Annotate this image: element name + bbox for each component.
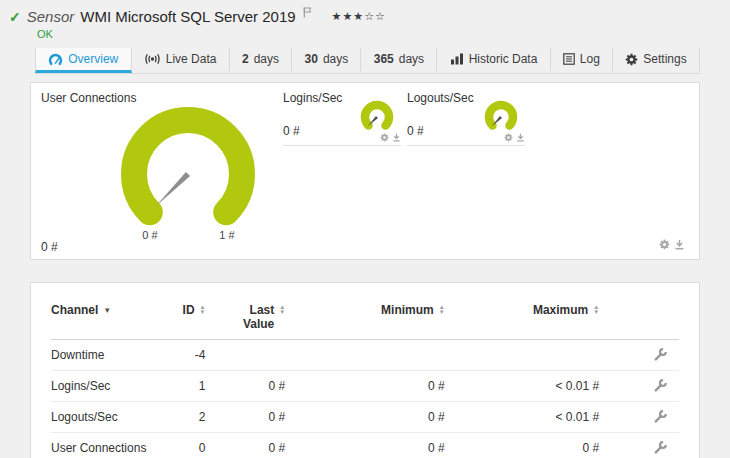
logins-sec-value: 0 # <box>283 124 300 138</box>
column-label: Channel <box>51 303 98 317</box>
tab-label: days <box>323 52 348 66</box>
broadcast-icon <box>144 53 161 65</box>
table-row: User Connections 0 0 # 0 # 0 # <box>51 433 679 458</box>
prtg-sensor-page: ✓ Sensor WMI Microsoft SQL Server 2019 ★… <box>0 0 730 458</box>
tab-live-data[interactable]: Live Data <box>132 48 230 73</box>
gear-icon[interactable] <box>504 133 513 142</box>
channel-name: Downtime <box>51 348 176 362</box>
channel-minimum: 0 # <box>285 379 444 393</box>
tab-label: days <box>254 52 279 66</box>
channel-settings-icon[interactable] <box>653 348 667 362</box>
column-header-minimum[interactable]: Minimum ▲▼ <box>381 303 445 317</box>
logouts-sec-panel: Logouts/Sec 0 # <box>407 91 525 146</box>
column-label: Last Value <box>230 303 274 331</box>
channel-name: Logins/Sec <box>51 379 176 393</box>
gauge-icon <box>48 53 63 66</box>
sort-icon: ▲▼ <box>593 305 599 315</box>
column-header-id[interactable]: ID ▲▼ <box>183 303 206 317</box>
tab-label: Settings <box>643 52 686 66</box>
channel-maximum: 0 # <box>445 441 600 455</box>
channel-name: User Connections <box>51 441 176 455</box>
sort-active-icon: ▼ <box>103 306 111 315</box>
tab-settings[interactable]: Settings <box>613 48 700 73</box>
column-header-channel[interactable]: Channel ▼ <box>51 303 176 317</box>
channel-last-value: 0 # <box>206 410 286 424</box>
channel-id: -4 <box>176 348 206 362</box>
column-header-maximum[interactable]: Maximum ▲▼ <box>533 303 599 317</box>
object-kind-label: Sensor <box>27 8 75 25</box>
channel-maximum: < 0.01 # <box>445 410 600 424</box>
user-connections-gauge <box>103 96 273 246</box>
logins-sec-gauge <box>355 98 399 138</box>
download-icon[interactable] <box>516 133 525 142</box>
tab-365-days[interactable]: 365 days <box>361 48 437 73</box>
download-icon[interactable] <box>392 133 401 142</box>
channel-maximum: < 0.01 # <box>445 379 600 393</box>
channel-id: 1 <box>176 379 206 393</box>
channels-table-card: Channel ▼ ID ▲▼ Last Value ▲▼ Minimum ▲▼ <box>30 282 700 458</box>
stars-filled: ★★★ <box>332 10 365 22</box>
chart-icon <box>450 53 464 65</box>
logouts-sec-gauge <box>479 98 523 138</box>
tab-label: days <box>399 52 424 66</box>
gear-icon <box>625 53 638 66</box>
column-label: ID <box>183 303 195 317</box>
channel-minimum: 0 # <box>285 441 444 455</box>
column-label: Minimum <box>381 303 434 317</box>
tab-bar: Overview Live Data 2 days 30 days 365 da… <box>35 48 700 74</box>
tab-30-days[interactable]: 30 days <box>292 48 361 73</box>
channel-name: Logouts/Sec <box>51 410 176 424</box>
tab-number: 2 <box>242 52 249 66</box>
page-title: WMI Microsoft SQL Server 2019 <box>80 8 295 25</box>
channel-minimum: 0 # <box>285 410 444 424</box>
table-row: Logins/Sec 1 0 # 0 # < 0.01 # <box>51 371 679 402</box>
gauge-scale-min: 0 # <box>142 229 157 241</box>
download-icon[interactable] <box>674 239 685 250</box>
status-badge: OK <box>37 28 730 40</box>
tab-label: Log <box>580 52 600 66</box>
table-row: Downtime -4 <box>51 340 679 371</box>
channel-id: 0 <box>176 441 206 455</box>
priority-stars[interactable]: ★★★☆☆ <box>332 10 386 23</box>
gauge-scale-max: 1 # <box>219 229 234 241</box>
table-row: Logouts/Sec 2 0 # 0 # < 0.01 # <box>51 402 679 433</box>
sensor-header: ✓ Sensor WMI Microsoft SQL Server 2019 ★… <box>0 0 730 40</box>
channel-settings-icon[interactable] <box>653 410 667 424</box>
log-icon <box>563 53 575 65</box>
tab-2-days[interactable]: 2 days <box>230 48 293 73</box>
tab-number: 30 <box>305 52 318 66</box>
tab-number: 365 <box>374 52 394 66</box>
tab-label: Historic Data <box>469 52 538 66</box>
channel-settings-icon[interactable] <box>653 441 667 455</box>
gear-icon[interactable] <box>380 133 389 142</box>
channel-last-value: 0 # <box>206 441 286 455</box>
gauges-card: User Connections 0 # 1 # 0 # <box>30 82 700 260</box>
channel-settings-icon[interactable] <box>653 379 667 393</box>
column-label: Maximum <box>533 303 588 317</box>
gear-icon[interactable] <box>659 239 670 250</box>
channel-id: 2 <box>176 410 206 424</box>
logouts-sec-value: 0 # <box>407 124 424 138</box>
column-header-last-value[interactable]: Last Value ▲▼ <box>230 303 285 331</box>
flag-icon[interactable] <box>303 7 312 21</box>
tab-label: Overview <box>68 52 118 66</box>
table-header-row: Channel ▼ ID ▲▼ Last Value ▲▼ Minimum ▲▼ <box>51 289 679 340</box>
stars-empty: ☆☆ <box>364 10 386 22</box>
tab-overview[interactable]: Overview <box>35 48 132 73</box>
tab-log[interactable]: Log <box>551 48 614 73</box>
logins-sec-panel: Logins/Sec 0 # <box>283 91 401 146</box>
tab-label: Live Data <box>166 52 217 66</box>
status-check-icon: ✓ <box>9 9 21 25</box>
user-connections-value: 0 # <box>41 240 58 254</box>
tab-historic-data[interactable]: Historic Data <box>437 48 550 73</box>
channel-last-value: 0 # <box>206 379 286 393</box>
